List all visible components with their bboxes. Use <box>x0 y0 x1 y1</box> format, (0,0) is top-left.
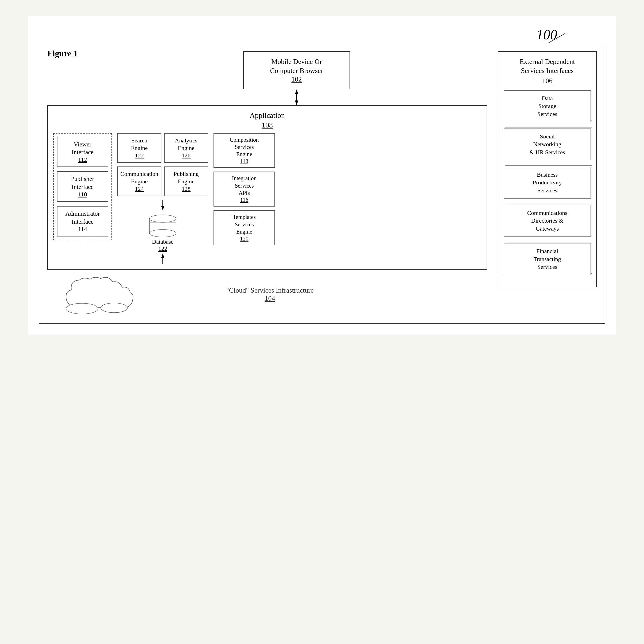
svg-line-0 <box>546 33 565 44</box>
svg-point-13 <box>66 303 98 314</box>
comm-engine-title: CommunicationEngine <box>120 170 159 185</box>
admin-title: AdministratorInterface <box>60 210 105 226</box>
search-engine-title: SearchEngine <box>120 137 159 152</box>
left-content: Mobile Device OrComputer Browser 102 <box>47 51 492 315</box>
social-networking-stack: SocialNetworking& HR Services <box>504 129 591 160</box>
mobile-to-app-arrow <box>291 89 302 105</box>
main-diagram-box: Figure 1 Mobile Device OrComputer Browse… <box>39 43 605 324</box>
composition-ref: 118 <box>216 158 272 165</box>
mobile-device-title: Mobile Device OrComputer Browser <box>252 57 342 75</box>
external-title: External DependentServices Interfaces <box>504 57 591 75</box>
app-inner: ViewerInterface 112 PublisherInterface 1… <box>53 133 481 264</box>
comm-engine-ref: 124 <box>120 185 159 192</box>
integration-box: IntegrationServicesAPIs 116 <box>214 172 275 207</box>
communications-stack: CommunicationsDirectories &Gateways <box>504 205 591 237</box>
publishing-engine-title: PublishingEngine <box>167 170 205 185</box>
content-area: Mobile Device OrComputer Browser 102 <box>47 51 597 315</box>
analytics-engine-ref: 126 <box>167 152 205 159</box>
search-engine-box: SearchEngine 122 <box>117 133 161 163</box>
financial-card: FinancialTransactingServices <box>504 243 591 275</box>
svg-marker-4 <box>161 206 164 211</box>
app-ref: 108 <box>53 121 481 129</box>
templates-ref: 120 <box>216 235 272 242</box>
engine-bottom-row: CommunicationEngine 124 PublishingEngine… <box>117 166 208 196</box>
page: 100 Figure 1 Mobile Device OrComputer Br… <box>28 16 616 335</box>
database-ref: 122 <box>117 245 208 252</box>
interfaces-panel: ViewerInterface 112 PublisherInterface 1… <box>53 133 112 240</box>
templates-box: TemplatesServicesEngine 120 <box>214 210 275 245</box>
database-title: Database <box>117 238 208 245</box>
publisher-title: PublisherInterface <box>60 175 105 191</box>
analytics-engine-title: AnalyticsEngine <box>167 137 205 152</box>
data-storage-stack: DataStorageServices <box>504 90 591 122</box>
mobile-device-box: Mobile Device OrComputer Browser 102 <box>243 51 350 89</box>
cloud-container: "Cloud" Services Infrastructure 104 <box>47 273 492 315</box>
integration-ref: 116 <box>216 197 272 203</box>
svg-marker-1 <box>295 89 298 94</box>
right-inner-services: CompositionServicesEngine 118 Integratio… <box>214 133 275 249</box>
svg-point-7 <box>149 215 176 222</box>
composition-title: CompositionServicesEngine <box>216 136 272 158</box>
publishing-engine-box: PublishingEngine 128 <box>164 166 208 196</box>
svg-marker-3 <box>295 100 298 105</box>
cloud-title: "Cloud" Services Infrastructure <box>226 286 313 294</box>
cloud-svg: "Cloud" Services Infrastructure 104 <box>47 273 492 315</box>
figure-label: Figure 1 <box>47 49 78 59</box>
publisher-interface-box: PublisherInterface 110 <box>57 171 108 202</box>
svg-point-8 <box>149 230 176 237</box>
comm-engine-box: CommunicationEngine 124 <box>117 166 161 196</box>
data-storage-card: DataStorageServices <box>504 90 591 122</box>
viewer-interface-box: ViewerInterface 112 <box>57 137 108 167</box>
publisher-ref: 110 <box>60 191 105 198</box>
application-box: Application 108 ViewerInterface 112 Publ… <box>47 105 487 270</box>
database-area: Database 122 <box>117 213 208 252</box>
business-productivity-stack: BusinessProductivityServices <box>504 167 591 199</box>
integration-title: IntegrationServicesAPIs <box>216 175 272 197</box>
publishing-engine-ref: 128 <box>167 185 205 192</box>
app-title: Application <box>53 111 481 120</box>
mobile-device-ref: 102 <box>252 75 342 83</box>
social-networking-card: SocialNetworking& HR Services <box>504 129 591 160</box>
svg-marker-11 <box>161 253 164 258</box>
svg-point-14 <box>101 303 127 313</box>
analytics-engine-box: AnalyticsEngine 126 <box>164 133 208 163</box>
external-ref: 106 <box>504 77 591 85</box>
engine-top-row: SearchEngine 122 AnalyticsEngine 126 <box>117 133 208 163</box>
to-db-arrow <box>157 200 168 211</box>
business-productivity-card: BusinessProductivityServices <box>504 167 591 199</box>
search-engine-ref: 122 <box>120 152 159 159</box>
database-symbol <box>147 213 179 237</box>
financial-stack: FinancialTransactingServices <box>504 243 591 275</box>
admin-interface-box: AdministratorInterface 114 <box>57 206 108 236</box>
engines-area: SearchEngine 122 AnalyticsEngine 126 <box>117 133 208 264</box>
viewer-title: ViewerInterface <box>60 141 105 157</box>
templates-title: TemplatesServicesEngine <box>216 214 272 235</box>
external-panel: External DependentServices Interfaces 10… <box>498 51 597 287</box>
viewer-ref: 112 <box>60 156 105 163</box>
cloud-ref: 104 <box>265 294 275 302</box>
admin-ref: 114 <box>60 226 105 233</box>
from-cloud-arrow <box>157 253 168 264</box>
communications-card: CommunicationsDirectories &Gateways <box>504 205 591 237</box>
composition-box: CompositionServicesEngine 118 <box>214 133 275 168</box>
